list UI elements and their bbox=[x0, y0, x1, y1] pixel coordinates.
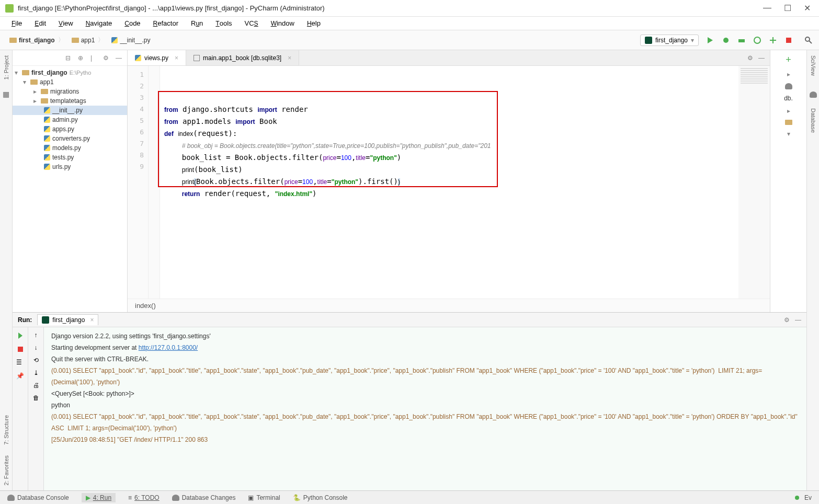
editor-breadcrumb[interactable]: index() bbox=[128, 299, 770, 312]
tree-migrations[interactable]: ▸ migrations bbox=[13, 87, 127, 96]
tree-init[interactable]: __init__.py bbox=[13, 106, 127, 115]
run-toolbar-2: ↑ ↓ ⟲ ⤓ 🖨 🗑 bbox=[28, 327, 44, 490]
window-title: first_django [E:\PythonProject\first_dja… bbox=[18, 4, 763, 12]
menu-refactor[interactable]: Refactor bbox=[148, 18, 184, 28]
print-icon[interactable]: 🖨 bbox=[33, 382, 39, 389]
folder-icon bbox=[30, 79, 38, 85]
coverage-icon[interactable] bbox=[737, 36, 746, 44]
sciview-tool-button[interactable]: SciView bbox=[810, 55, 816, 76]
target-icon[interactable]: ⊕ bbox=[78, 54, 85, 62]
wrap-icon[interactable]: ⟲ bbox=[33, 357, 39, 364]
python-icon bbox=[44, 154, 50, 161]
breadcrumb-root[interactable]: first_django〉 bbox=[6, 33, 69, 47]
console-output[interactable]: Django version 2.2.2, using settings 'fi… bbox=[44, 327, 806, 490]
svg-point-0 bbox=[723, 38, 729, 43]
database-icon[interactable] bbox=[785, 83, 792, 89]
svg-point-2 bbox=[754, 37, 760, 43]
code-editor[interactable]: 123456789 from django.shortcuts import r… bbox=[128, 66, 770, 299]
structure-tool-button[interactable]: 7: Structure bbox=[3, 415, 9, 445]
left-tool-stripe: 1: Project ▦ 7: Structure 2: Favorites bbox=[0, 50, 13, 490]
status-event[interactable]: Ev bbox=[804, 494, 812, 501]
stop-icon[interactable] bbox=[784, 36, 793, 44]
menu-file[interactable]: File bbox=[6, 18, 27, 28]
tree-admin[interactable]: admin.py bbox=[13, 115, 127, 124]
minimize-button[interactable]: — bbox=[763, 3, 771, 13]
tree-templatetags[interactable]: ▸ templatetags bbox=[13, 96, 127, 106]
down-icon[interactable]: ↓ bbox=[35, 344, 38, 351]
tab-views[interactable]: views.py× bbox=[128, 50, 186, 65]
hide-icon[interactable]: — bbox=[795, 316, 801, 324]
svg-point-4 bbox=[805, 37, 810, 41]
tree-apps[interactable]: apps.py bbox=[13, 124, 127, 134]
folder-tool-icon[interactable]: ▦ bbox=[3, 90, 9, 98]
up-icon[interactable]: ↑ bbox=[35, 331, 38, 339]
status-run[interactable]: ▶4: Run bbox=[82, 493, 116, 502]
tree-models[interactable]: models.py bbox=[13, 143, 127, 153]
search-icon[interactable] bbox=[804, 36, 813, 44]
editor-tabs: views.py× main.app1_book [db.sqlite3]× ⚙… bbox=[128, 50, 770, 66]
attach-icon[interactable] bbox=[769, 36, 777, 44]
svg-rect-6 bbox=[18, 347, 23, 352]
add-icon[interactable]: + bbox=[786, 54, 791, 65]
minimap[interactable] bbox=[738, 66, 770, 299]
debug-icon[interactable] bbox=[722, 36, 730, 44]
status-db-changes[interactable]: Database Changes bbox=[172, 494, 236, 501]
collapse-icon[interactable]: ⊟ bbox=[65, 54, 73, 62]
clear-icon[interactable]: 🗑 bbox=[33, 394, 39, 402]
database-tool-button[interactable]: Database bbox=[810, 108, 816, 133]
folder-icon bbox=[41, 89, 48, 94]
gear-icon[interactable]: ⚙ bbox=[747, 54, 753, 62]
chevron-right-icon[interactable]: ▸ bbox=[787, 107, 790, 114]
menu-window[interactable]: Window bbox=[266, 18, 300, 28]
menu-help[interactable]: Help bbox=[302, 18, 326, 28]
pin-icon[interactable]: 📌 bbox=[16, 372, 25, 381]
status-db-console[interactable]: Database Console bbox=[7, 494, 69, 501]
tree-app1[interactable]: ▾ app1 bbox=[13, 77, 127, 87]
menu-navigate[interactable]: Navigate bbox=[81, 18, 118, 28]
gear-icon[interactable]: ⚙ bbox=[784, 316, 790, 324]
hide-icon[interactable]: — bbox=[116, 54, 123, 62]
hide-icon[interactable]: — bbox=[758, 54, 765, 62]
run-configuration[interactable]: first_django ▾ bbox=[640, 35, 699, 46]
run-tab[interactable]: first_django× bbox=[37, 314, 98, 325]
stop-icon[interactable] bbox=[16, 345, 25, 353]
svg-line-5 bbox=[809, 41, 812, 43]
menu-code[interactable]: Code bbox=[119, 18, 145, 28]
scroll-icon[interactable]: ⤓ bbox=[33, 369, 39, 376]
tree-root[interactable]: ▾ first_django E:\Pytho bbox=[13, 68, 127, 77]
menu-view[interactable]: View bbox=[53, 18, 78, 28]
tree-tests[interactable]: tests.py bbox=[13, 153, 127, 162]
menu-vcs[interactable]: VCS bbox=[240, 18, 264, 28]
status-terminal[interactable]: ▣ Terminal bbox=[248, 494, 280, 501]
line-gutter: 123456789 bbox=[128, 66, 149, 299]
tree-urls[interactable]: urls.py bbox=[13, 162, 127, 171]
svg-rect-3 bbox=[786, 38, 791, 43]
run-tool-window: Run: first_django× ⚙ — ☰ 📌 ↑ ↓ ⟲ bbox=[13, 313, 806, 490]
status-todo[interactable]: ≡ 6: TODO bbox=[128, 494, 160, 501]
python-icon bbox=[135, 55, 141, 61]
breadcrumb-app1[interactable]: app1〉 bbox=[69, 33, 109, 47]
maximize-button[interactable]: ☐ bbox=[784, 3, 791, 13]
tree-converters[interactable]: converters.py bbox=[13, 134, 127, 143]
db-label[interactable]: db. bbox=[784, 95, 793, 102]
status-python-console[interactable]: 🐍 Python Console bbox=[293, 494, 348, 501]
chevron-down-icon[interactable]: ▾ bbox=[787, 130, 790, 138]
layout-icon[interactable]: ☰ bbox=[16, 359, 25, 367]
database-icon[interactable] bbox=[810, 91, 817, 98]
close-button[interactable]: ✕ bbox=[804, 3, 811, 13]
menu-run[interactable]: Run bbox=[186, 18, 208, 28]
profile-icon[interactable] bbox=[753, 36, 761, 44]
status-indicator-icon bbox=[795, 496, 799, 500]
chevron-right-icon[interactable]: ▸ bbox=[787, 71, 790, 78]
close-icon[interactable]: × bbox=[288, 54, 291, 62]
rerun-icon[interactable] bbox=[16, 331, 25, 340]
tab-db[interactable]: main.app1_book [db.sqlite3]× bbox=[186, 50, 299, 65]
close-icon[interactable]: × bbox=[175, 54, 178, 62]
run-icon[interactable] bbox=[706, 36, 714, 44]
menu-edit[interactable]: Edit bbox=[29, 18, 51, 28]
gear-icon[interactable]: ⚙ bbox=[103, 54, 110, 62]
favorites-tool-button[interactable]: 2: Favorites bbox=[3, 455, 9, 485]
project-tool-button[interactable]: 1: Project bbox=[3, 55, 9, 79]
menu-tools[interactable]: Tools bbox=[210, 18, 237, 28]
breadcrumb-file[interactable]: __init__.py bbox=[108, 35, 153, 46]
